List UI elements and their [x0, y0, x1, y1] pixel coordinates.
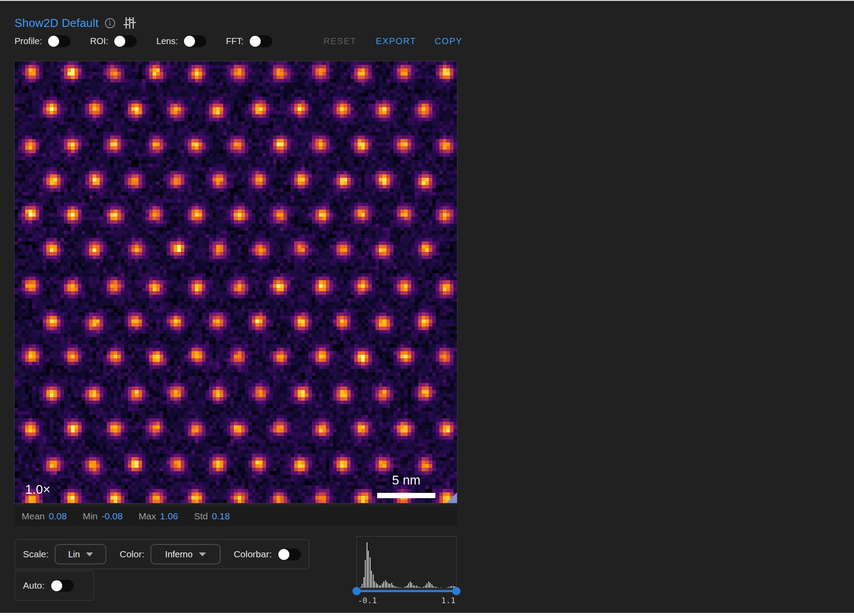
histogram-bar: [405, 586, 406, 588]
histogram-bar: [410, 582, 411, 588]
header: Show2D Default i: [15, 16, 136, 30]
histogram-bar: [413, 585, 414, 588]
histogram-bar: [376, 583, 377, 588]
histogram-bar: [374, 581, 375, 588]
stat-value: 0.08: [49, 511, 67, 522]
histogram-bar: [408, 583, 409, 588]
color-label: Color:: [120, 549, 144, 560]
stat-label: Std: [194, 511, 208, 522]
histogram-bar: [450, 586, 451, 588]
toggle-knob: [250, 36, 261, 47]
histogram-bar: [397, 587, 398, 588]
stem-image-canvas[interactable]: [15, 61, 457, 503]
histogram-bar: [379, 586, 380, 588]
histogram-bar: [417, 586, 418, 588]
histogram-bar: [419, 587, 420, 588]
histogram-bar: [399, 587, 400, 588]
histogram-bar: [365, 560, 366, 588]
histogram-bar: [451, 586, 452, 588]
histogram-bar: [430, 583, 431, 588]
toggle-knob: [51, 580, 62, 591]
histogram-bar: [404, 587, 405, 588]
histogram-bar: [388, 583, 389, 588]
copy-button[interactable]: COPY: [434, 36, 462, 46]
export-button[interactable]: EXPORT: [376, 36, 416, 46]
histogram-bar: [422, 587, 423, 588]
histogram-bar: [386, 582, 387, 588]
stat-value: 1.06: [160, 511, 178, 522]
roi-toggle-group: ROI:: [90, 35, 137, 47]
scale-label: Scale:: [23, 549, 49, 560]
histogram-bar: [377, 584, 378, 588]
widget-title: Show2D Default: [15, 16, 99, 30]
profile-toggle[interactable]: [48, 35, 71, 47]
toolbar: Profile: ROI: Lens: FFT: RESET EXPORT CO…: [15, 34, 463, 49]
histogram-bar: [411, 583, 412, 588]
window-bottom-edge: [0, 613, 854, 616]
histogram-bar: [391, 583, 392, 588]
range-slider-handle-min[interactable]: [352, 587, 361, 595]
toggle-knob: [114, 36, 125, 47]
zoom-level-label: 1.0×: [25, 482, 50, 497]
histogram-bar: [407, 586, 408, 588]
toggle-knob: [48, 36, 59, 47]
scalebar: [377, 493, 435, 498]
histogram-bar: [363, 577, 364, 588]
colorbar-toggle[interactable]: [278, 548, 301, 560]
window-top-edge: [0, 0, 854, 1]
histogram-bar: [416, 586, 417, 588]
histogram-bar: [448, 587, 449, 588]
tune-icon[interactable]: [123, 16, 136, 30]
histogram-bar: [425, 585, 426, 588]
range-max-label: 1.1: [441, 596, 456, 605]
colorbar-label: Colorbar:: [234, 549, 272, 560]
stat-max: Max 1.06: [139, 511, 178, 522]
chevron-down-icon: [199, 552, 206, 556]
histogram-bar: [433, 586, 434, 588]
roi-toggle[interactable]: [114, 35, 137, 47]
histogram-bar: [431, 584, 432, 588]
color-dropdown[interactable]: Inferno: [150, 544, 220, 564]
histogram-bar: [383, 582, 384, 588]
histogram-bar: [368, 551, 369, 588]
info-icon[interactable]: i: [105, 18, 115, 28]
histogram-bar: [373, 575, 374, 588]
histogram-bar: [427, 583, 427, 588]
stat-mean: Mean 0.08: [22, 511, 67, 522]
lens-toggle-group: Lens:: [156, 35, 206, 47]
histogram-bar: [434, 587, 435, 588]
stat-min: Min -0.08: [82, 511, 123, 522]
lens-toggle[interactable]: [184, 35, 206, 47]
histogram-bar: [390, 584, 390, 588]
histogram-bar: [420, 587, 421, 588]
toggle-knob: [184, 36, 195, 47]
histogram-bar: [436, 587, 437, 588]
fft-toggle[interactable]: [249, 35, 272, 47]
reset-button[interactable]: RESET: [323, 36, 356, 46]
histogram-bar: [438, 587, 438, 588]
toggle-knob: [278, 549, 289, 560]
profile-toggle-group: Profile:: [15, 35, 71, 47]
resize-handle-icon[interactable]: [446, 492, 457, 503]
range-slider-track[interactable]: [356, 590, 457, 592]
display-controls: Scale: Lin Color: Inferno Colorbar:: [15, 539, 309, 569]
histogram-bar: [382, 583, 383, 588]
roi-toggle-label: ROI:: [90, 36, 108, 46]
stat-std: Std 0.18: [194, 511, 230, 522]
stat-label: Max: [139, 511, 156, 522]
histogram-bar: [423, 586, 424, 588]
histogram-bar: [393, 585, 393, 588]
profile-toggle-label: Profile:: [15, 36, 42, 46]
histogram-bars: [359, 538, 455, 588]
scale-dropdown-value: Lin: [68, 549, 80, 560]
scale-dropdown[interactable]: Lin: [55, 544, 106, 564]
stat-value: -0.08: [101, 511, 123, 522]
scalebar-label: 5 nm: [377, 473, 435, 488]
auto-toggle[interactable]: [51, 580, 74, 592]
histogram-bar: [367, 542, 367, 588]
histogram-bar: [401, 587, 401, 588]
histogram-bar: [441, 587, 442, 588]
range-slider-handle-max[interactable]: [452, 587, 461, 595]
histogram-bar: [428, 582, 429, 588]
fft-toggle-group: FFT:: [226, 35, 272, 47]
